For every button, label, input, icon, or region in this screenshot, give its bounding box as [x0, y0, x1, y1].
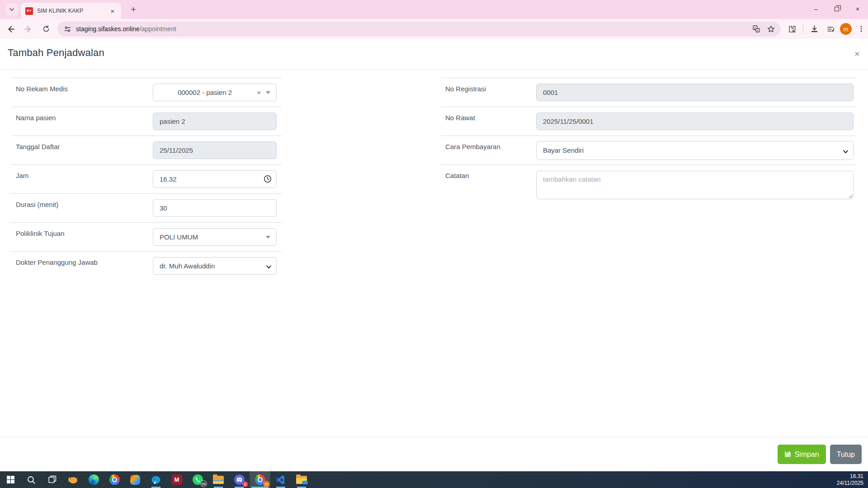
form-row-no-rekam-medis: No Rekam Medis 000002 - pasien 2 × — [11, 78, 282, 107]
field-label: Cara Pembayaran — [441, 136, 536, 150]
form-left-column: No Rekam Medis 000002 - pasien 2 × Nama … — [11, 78, 282, 280]
toolbar-divider — [803, 25, 803, 33]
window-close-button[interactable]: × — [847, 0, 868, 18]
taskbar-item-php-elephant[interactable] — [62, 471, 83, 488]
url-path: /appointment — [140, 25, 176, 33]
dropdown-caret-icon — [266, 91, 270, 94]
clear-selection-icon[interactable]: × — [257, 89, 261, 96]
new-tab-button[interactable]: + — [127, 4, 139, 15]
taskbar-item-vscode[interactable] — [270, 471, 291, 488]
taskbar-item-mendeley[interactable]: M — [166, 471, 187, 488]
browser-tab-strip: K+ SIM KLINIK KAKP × + – × — [0, 0, 868, 19]
modal-title: Tambah Penjadwalan — [8, 47, 104, 59]
field-label: No Rekam Medis — [11, 78, 153, 93]
taskbar-item-pgadmin[interactable] — [146, 471, 166, 488]
vscode-icon — [276, 475, 286, 485]
nama-pasien-field — [153, 113, 277, 130]
form-row-nama-pasien: Nama pasien — [11, 107, 282, 136]
taskbar-search-button[interactable] — [21, 471, 42, 488]
toolbar-actions: m — [785, 22, 868, 36]
site-settings-icon — [64, 25, 71, 33]
tutup-button[interactable]: Tutup — [830, 445, 862, 464]
simpan-button[interactable]: Simpan — [778, 445, 826, 464]
edge-icon — [89, 474, 99, 485]
clock-icon — [264, 175, 272, 183]
no-rekam-medis-select[interactable]: 000002 - pasien 2 × — [153, 84, 277, 101]
media-controls-button[interactable] — [824, 22, 837, 36]
forward-arrow-icon — [24, 25, 32, 33]
taskbar-item-whatsapp[interactable]: 86 — [187, 471, 208, 488]
forward-button[interactable] — [21, 22, 35, 36]
modal-footer-buttons: Simpan Tutup — [778, 445, 862, 464]
url-host: staging.sifaskes.online — [76, 25, 140, 33]
tutup-label: Tutup — [837, 450, 855, 459]
url-text[interactable]: staging.sifaskes.online/appointment — [76, 25, 750, 33]
modal-header-divider — [0, 69, 868, 70]
tab-close-icon[interactable]: × — [108, 7, 117, 15]
translate-button[interactable]: aA — [750, 23, 763, 35]
browser-menu-button[interactable] — [854, 22, 868, 36]
chrome-profile-badge: m — [263, 481, 270, 488]
modal-footer-divider — [0, 437, 868, 437]
file-explorer-icon — [213, 476, 224, 484]
taskbar-item-chrome-active[interactable]: m — [250, 471, 270, 488]
tab-search-button[interactable] — [5, 3, 18, 16]
jam-input[interactable] — [153, 171, 276, 188]
chevron-down-icon — [9, 7, 14, 12]
browser-tab[interactable]: K+ SIM KLINIK KAKP × — [21, 3, 121, 19]
time-picker-button[interactable] — [264, 175, 272, 184]
reload-button[interactable] — [39, 22, 53, 36]
task-view-button[interactable] — [42, 471, 62, 488]
field-label: No Registrasi — [441, 78, 536, 93]
catatan-field[interactable] — [536, 171, 854, 199]
taskbar-item-copilot[interactable] — [125, 471, 146, 488]
cara-pembayaran-select[interactable]: Bayar Sendiri — [536, 141, 854, 160]
site-favicon: K+ — [25, 7, 33, 15]
download-icon — [811, 25, 818, 33]
catatan-textarea[interactable] — [537, 171, 853, 199]
bookmark-star-button[interactable] — [764, 23, 777, 35]
restore-icon — [835, 7, 839, 11]
form-right-column: No Registrasi No Rawat Cara Pembayaran B… — [441, 78, 857, 210]
browser-toolbar: staging.sifaskes.online/appointment aA m — [0, 19, 868, 39]
field-label: Catatan — [441, 165, 536, 179]
taskbar-item-onedrive-folder[interactable] — [291, 471, 312, 488]
task-view-icon — [48, 475, 57, 484]
windows-taskbar: M 86 6 m 16.31 24/11/2025 — [0, 471, 868, 488]
address-bar[interactable]: staging.sifaskes.online/appointment aA — [57, 21, 781, 37]
svg-text:A: A — [757, 29, 759, 32]
modal-close-icon[interactable]: × — [854, 49, 860, 58]
back-arrow-icon — [7, 25, 14, 33]
field-label: Dokter Penanggung Jawab — [11, 252, 153, 266]
mendeley-icon: M — [172, 474, 182, 485]
select-chevron-icon — [843, 148, 849, 156]
taskbar-clock[interactable]: 16.31 24/11/2025 — [837, 473, 863, 487]
extensions-button[interactable] — [785, 22, 799, 36]
field-label: Jam — [11, 165, 153, 179]
profile-avatar[interactable]: m — [840, 23, 852, 35]
textarea-resize-handle[interactable] — [848, 194, 852, 198]
translate-icon: aA — [753, 25, 760, 33]
field-label: Nama pasien — [11, 107, 153, 122]
taskbar-item-chrome[interactable] — [104, 471, 125, 488]
window-restore-button[interactable] — [826, 0, 847, 18]
taskbar-item-edge[interactable] — [83, 471, 104, 488]
field-label: Poliklinik Tujuan — [11, 223, 153, 237]
window-minimize-button[interactable]: – — [806, 0, 826, 18]
jam-field[interactable] — [153, 170, 277, 188]
taskbar-item-file-explorer[interactable] — [208, 471, 229, 488]
back-button[interactable] — [4, 22, 18, 36]
poliklinik-select[interactable]: POLI UMUM — [153, 228, 277, 246]
durasi-input[interactable] — [153, 200, 276, 216]
downloads-button[interactable] — [807, 22, 821, 36]
reload-icon — [42, 25, 50, 33]
start-button[interactable] — [0, 471, 21, 488]
durasi-field[interactable] — [153, 199, 277, 217]
dokter-select[interactable]: dr. Muh Awaluddin — [153, 257, 277, 275]
form-row-dokter: Dokter Penanggung Jawab dr. Muh Awaluddi… — [11, 251, 282, 280]
selected-value: POLI UMUM — [160, 233, 198, 241]
no-rawat-input — [537, 113, 853, 130]
taskbar-item-discord[interactable]: 6 — [229, 471, 250, 488]
form-row-no-registrasi: No Registrasi — [441, 78, 857, 107]
select-chevron-icon — [266, 263, 272, 271]
